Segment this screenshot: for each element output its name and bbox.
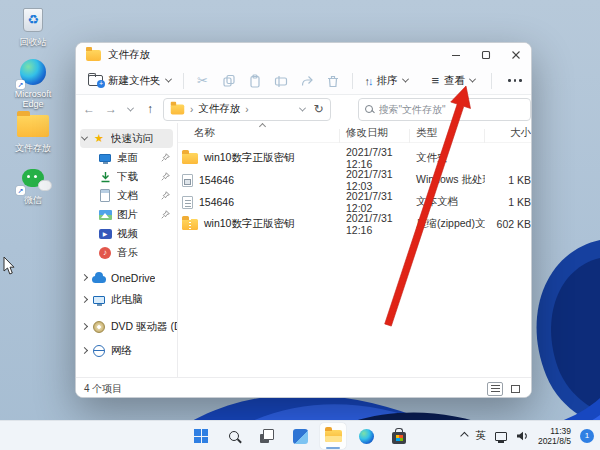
this-pc-icon — [93, 296, 105, 304]
sidebar-item-pictures[interactable]: 图片 — [76, 205, 177, 224]
documents-icon — [100, 189, 110, 202]
clock[interactable]: 11:39 2021/8/5 — [538, 426, 571, 446]
sidebar-item-documents[interactable]: 文档 — [76, 186, 177, 205]
refresh-icon[interactable]: ↻ — [313, 102, 323, 116]
shortcut-arrow-icon: ↗ — [16, 80, 25, 89]
input-method-indicator[interactable]: 英 — [475, 429, 486, 443]
view-button[interactable]: ≡ 查看 — [426, 69, 482, 93]
desktop-icon-label: Microsoft Edge — [4, 89, 62, 109]
paste-button[interactable] — [242, 69, 268, 93]
microsoft-store-button[interactable] — [386, 423, 412, 449]
desktop-icon-wechat[interactable]: ↗ 微信 — [4, 163, 62, 205]
breadcrumb[interactable]: 文件存放 — [198, 102, 240, 116]
items-count: 4 个项目 — [84, 382, 122, 396]
hidden-icons-chevron[interactable] — [461, 432, 469, 440]
file-row[interactable]: win10数字正版密钥 2021/7/31 12:16 文件夹 — [178, 147, 532, 169]
chevron-down-icon — [164, 76, 171, 83]
forward-button[interactable]: → — [100, 102, 122, 116]
sidebar-item-this-pc[interactable]: 此电脑 — [76, 290, 177, 309]
sidebar-item-videos[interactable]: ▶ 视频 — [76, 224, 177, 243]
search-box[interactable] — [358, 98, 531, 121]
details-view-button[interactable] — [487, 382, 503, 396]
breadcrumb-separator: › — [190, 104, 193, 115]
history-chevron-icon[interactable] — [127, 104, 134, 111]
expander-chevron-icon[interactable] — [81, 134, 88, 141]
file-row[interactable]: 154646 2021/7/31 12:02 文本文档 1 KB — [178, 191, 532, 213]
edge-button[interactable] — [353, 423, 379, 449]
column-header-date[interactable]: 修改日期 — [340, 126, 410, 140]
details-view-icon — [491, 385, 500, 393]
mouse-cursor — [2, 256, 16, 276]
sidebar-item-music[interactable]: ♪ 音乐 — [76, 243, 177, 262]
widgets-button[interactable] — [287, 423, 313, 449]
share-button[interactable] — [294, 69, 320, 93]
file-row[interactable]: win10数字正版密钥 2021/7/31 12:16 压缩(zipped)文件… — [178, 213, 532, 235]
recycle-bin-icon: ♻ — [23, 8, 43, 32]
column-header-size[interactable]: 大小 — [485, 126, 531, 140]
maximize-button[interactable] — [471, 43, 501, 67]
pin-icon — [161, 191, 170, 200]
zip-folder-icon — [182, 219, 198, 230]
file-explorer-window: 文件存放 新建文件夹 ✂ — [75, 42, 532, 398]
large-icons-view-button[interactable] — [507, 382, 523, 396]
notification-badge[interactable]: 1 — [580, 429, 594, 443]
network-icon — [93, 345, 105, 357]
address-row: ← → ↑ › 文件存放 › ↻ — [76, 95, 531, 123]
onedrive-icon — [92, 276, 106, 283]
pin-icon — [161, 172, 170, 181]
share-icon — [300, 74, 314, 88]
taskbar-search-button[interactable] — [221, 423, 247, 449]
file-explorer-button[interactable] — [320, 423, 346, 449]
desktop-icon-label: 微信 — [4, 195, 62, 205]
start-button[interactable] — [188, 423, 214, 449]
wechat-icon-small-bubble — [38, 180, 52, 191]
column-header-name[interactable]: 名称 — [178, 126, 340, 140]
address-dropdown-icon[interactable] — [299, 104, 306, 111]
close-button[interactable] — [501, 43, 531, 67]
command-bar: 新建文件夹 ✂ ↑↓ 排序 — [76, 67, 531, 95]
cut-button[interactable]: ✂ — [190, 69, 216, 93]
status-bar: 4 个项目 — [76, 377, 531, 398]
sidebar-item-desktop[interactable]: 桌面 — [76, 148, 177, 167]
volume-icon[interactable] — [516, 430, 529, 442]
network-tray-icon[interactable] — [495, 432, 507, 441]
file-row[interactable]: 154646 2021/7/31 12:03 Windows 批处理... 1 … — [178, 169, 532, 191]
expander-chevron-icon[interactable] — [81, 347, 88, 354]
address-bar[interactable]: › 文件存放 › ↻ — [163, 98, 331, 121]
up-button[interactable]: ↑ — [139, 102, 161, 116]
desktop-icon-folder[interactable]: 文件存放 — [4, 111, 62, 153]
delete-button[interactable] — [320, 69, 346, 93]
search-icon — [365, 105, 373, 113]
sidebar-item-dvd-drive[interactable]: DVD 驱动器 (D:) CI — [76, 317, 177, 336]
trash-icon — [326, 74, 340, 88]
chevron-down-icon — [401, 76, 408, 83]
column-header-type[interactable]: 类型 — [410, 126, 485, 140]
expander-chevron-icon[interactable] — [81, 323, 88, 330]
back-button[interactable]: ← — [78, 102, 100, 116]
new-folder-button[interactable]: 新建文件夹 — [82, 69, 177, 93]
breadcrumb-separator: › — [245, 104, 248, 115]
see-more-button[interactable] — [502, 69, 528, 93]
desktop: ♻ 回收站 ↗ Microsoft Edge 文件存放 ↗ 微信 文件存放 — [0, 0, 600, 450]
sort-icon: ↑↓ — [365, 75, 372, 87]
expander-chevron-icon[interactable] — [81, 274, 88, 281]
downloads-icon — [100, 171, 111, 183]
minimize-button[interactable] — [441, 43, 471, 67]
desktop-icon-edge[interactable]: ↗ Microsoft Edge — [4, 57, 62, 109]
rename-button[interactable] — [268, 69, 294, 93]
star-icon: ★ — [94, 132, 104, 145]
sidebar-item-onedrive[interactable]: OneDrive — [76, 268, 177, 287]
taskbar: 英 11:39 2021/8/5 1 — [0, 420, 600, 450]
desktop-icon-recycle-bin[interactable]: ♻ 回收站 — [4, 5, 62, 47]
task-view-button[interactable] — [254, 423, 280, 449]
search-input[interactable] — [379, 104, 509, 115]
sort-button[interactable]: ↑↓ 排序 — [359, 69, 414, 93]
copy-button[interactable] — [216, 69, 242, 93]
sidebar-item-quick-access[interactable]: ★ 快速访问 — [80, 129, 173, 148]
sidebar-item-downloads[interactable]: 下载 — [76, 167, 177, 186]
expander-chevron-icon[interactable] — [81, 296, 88, 303]
sidebar-item-network[interactable]: 网络 — [76, 341, 177, 360]
widgets-icon — [293, 429, 308, 444]
view-label: 查看 — [444, 74, 465, 88]
title-bar[interactable]: 文件存放 — [76, 43, 531, 67]
